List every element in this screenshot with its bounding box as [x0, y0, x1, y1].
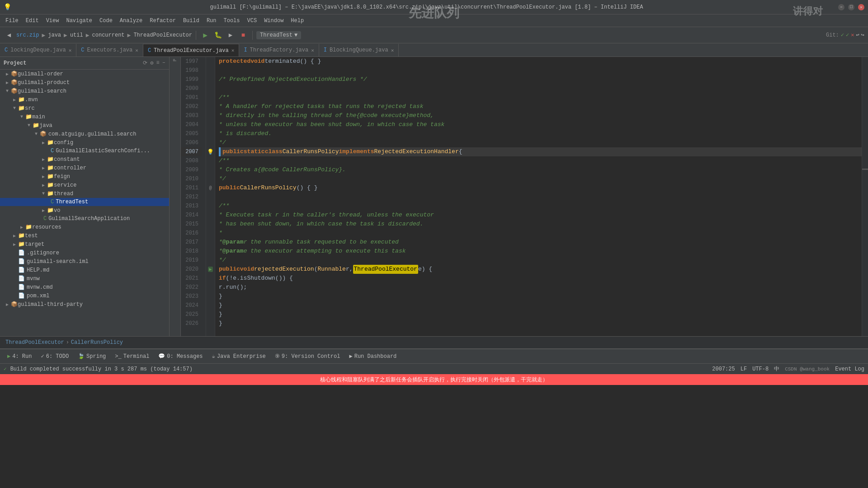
sidebar-item-config[interactable]: ▶ 📁 config [0, 138, 169, 147]
menu-view[interactable]: View [42, 16, 63, 26]
tab-locking-deque[interactable]: C lockingDeque.java ✕ [0, 44, 76, 56]
toolbar-class[interactable]: ThreadPoolExecutor [133, 32, 192, 38]
breadcrumb-caller-runs-policy[interactable]: CallerRunsPolicy [71, 339, 123, 346]
tab-messages[interactable]: 💬 0: Messages [155, 351, 206, 361]
sidebar-item-feign[interactable]: ▶ 📁 feign [0, 172, 169, 181]
toolbar-util[interactable]: util [70, 32, 83, 38]
close-tab-thread-pool-executor[interactable]: ✕ [231, 47, 235, 53]
close-button[interactable]: ✕ [858, 4, 864, 10]
tab-todo[interactable]: ✓ 6: TODO [37, 351, 72, 361]
menu-code[interactable]: Code [96, 16, 116, 26]
position-indicator[interactable]: 2007:25 [712, 366, 735, 372]
sidebar-item-gitignore[interactable]: 📄 .gitignore [0, 249, 169, 257]
sidebar-item-mvn[interactable]: ▶ 📁 .mvn [0, 95, 169, 104]
git-checkmark2[interactable]: ✓ [846, 32, 849, 38]
close-tab-thread-factory[interactable]: ✕ [311, 47, 314, 53]
sidebar-item-controller[interactable]: ▶ 📁 controller [0, 164, 169, 172]
bottom-toolbar: ▶ 4: Run ✓ 6: TODO 🍃 Spring >_ Terminal … [0, 349, 868, 363]
code-text[interactable]: protected void terminated() { } /* Prede… [215, 57, 862, 336]
close-tab-executors[interactable]: ✕ [135, 47, 138, 53]
maximize-button[interactable]: □ [848, 4, 854, 10]
sidebar-item-mvnw-cmd[interactable]: 📄 mvnw.cmd [0, 283, 169, 291]
menu-window[interactable]: Window [260, 16, 287, 26]
menu-navigate[interactable]: Navigate [62, 16, 96, 26]
git-undo[interactable]: ↩ [856, 32, 859, 38]
sidebar-gear-icon[interactable]: ⚙ [150, 60, 153, 66]
menu-build[interactable]: Build [179, 16, 203, 26]
menu-help[interactable]: Help [287, 16, 307, 26]
sidebar-item-main[interactable]: ▼ 📁 main [0, 113, 169, 121]
menu-tools[interactable]: Tools [220, 16, 244, 26]
sidebar-item-package[interactable]: ▼ 📦 com.atguigu.gulimall.search [0, 130, 169, 138]
git-redo[interactable]: ↪ [861, 32, 864, 38]
close-tab-locking-deque[interactable]: ✕ [69, 47, 72, 53]
tab-terminal[interactable]: >_ Terminal [111, 352, 153, 361]
toolbar-src-zip[interactable]: src.zip [16, 32, 39, 38]
sidebar-settings-icon[interactable]: ≡ [156, 60, 160, 66]
sidebar-item-java[interactable]: ▼ 📁 java [0, 121, 169, 130]
menu-refactor[interactable]: Refactor [146, 16, 179, 26]
tab-run-dashboard[interactable]: ▶ Run Dashboard [345, 351, 400, 361]
sidebar-item-constant[interactable]: ▶ 📁 constant [0, 155, 169, 164]
minimize-button[interactable]: – [838, 4, 844, 10]
sidebar-item-target[interactable]: ▶ 📁 target [0, 240, 169, 249]
run-marker-2020[interactable]: ▶ [206, 265, 215, 274]
sidebar-label-main: main [32, 114, 45, 120]
tab-thread-factory[interactable]: I ThreadFactory.java ✕ [239, 44, 319, 56]
menu-edit[interactable]: Edit [22, 16, 42, 26]
sidebar-item-vo[interactable]: ▶ 📁 vo [0, 206, 169, 215]
sidebar-item-gulimall-third-party[interactable]: ▶ 📦 gulimall-third-party [0, 300, 169, 309]
tab-thread-pool-executor[interactable]: C ThreadPoolExecutor.java ✕ [143, 44, 239, 56]
run-config-dropdown[interactable]: ThreadTest ▼ [256, 31, 301, 39]
toolbar-coverage-btn[interactable]: ▶ [225, 30, 236, 41]
right-scroll-gutter[interactable] [862, 57, 868, 336]
toolbar-back-btn[interactable]: ◀ [4, 30, 14, 41]
breadcrumb-thread-pool-executor[interactable]: ThreadPoolExecutor [5, 339, 64, 346]
code-line-2009: * Creates a {@code CallerRunsPolicy}. [219, 165, 862, 174]
menu-run[interactable]: Run [203, 16, 220, 26]
project-panel-icon[interactable]: P [173, 59, 178, 61]
sidebar-item-help-md[interactable]: 📄 HELP.md [0, 266, 169, 274]
sidebar-item-mvnw[interactable]: 📄 mvnw [0, 274, 169, 283]
tab-java-enterprise[interactable]: ☕ Java Enterprise [208, 351, 269, 361]
close-tab-blocking-queue[interactable]: ✕ [391, 47, 394, 53]
sidebar-item-service[interactable]: ▶ 📁 service [0, 181, 169, 189]
menu-bar: File Edit View Navigate Code Analyze Ref… [0, 14, 868, 27]
event-log-btn[interactable]: Event Log [835, 366, 864, 372]
sidebar-collapse-icon[interactable]: – [162, 60, 165, 66]
tab-executors[interactable]: C Executors.java ✕ [76, 44, 143, 56]
sidebar-item-gulimall-product[interactable]: ▶ 📦 gulimall-product [0, 78, 169, 87]
tab-spring[interactable]: 🍃 Spring [74, 351, 109, 361]
sidebar-item-pom[interactable]: 📄 pom.xml [0, 291, 169, 300]
sidebar-item-src[interactable]: ▼ 📁 src [0, 104, 169, 113]
toolbar-stop-btn[interactable]: ■ [238, 30, 249, 41]
sidebar-item-resources[interactable]: ▶ 📁 resources [0, 223, 169, 231]
sidebar-item-threadtest[interactable]: C ThreadTest [0, 198, 169, 206]
toolbar-run-btn[interactable]: ▶ [200, 30, 211, 41]
line-separator-indicator[interactable]: LF [741, 366, 747, 372]
git-checkmark1[interactable]: ✓ [841, 32, 844, 38]
git-x[interactable]: ✕ [851, 32, 854, 38]
toolbar-concurrent[interactable]: concurrent [92, 32, 125, 38]
sidebar-item-iml[interactable]: 📄 gulimall-search.iml [0, 257, 169, 266]
sidebar-item-gulimall-search-app[interactable]: C GulimallSearchApplication [0, 215, 169, 223]
menu-vcs[interactable]: VCS [244, 16, 261, 26]
menu-analyze[interactable]: Analyze [116, 16, 146, 26]
tab-run[interactable]: ▶ 4: Run [4, 351, 35, 361]
sidebar-item-gulimall-search[interactable]: ▼ 📦 gulimall-search [0, 87, 169, 95]
bulb-indicator-2007[interactable]: 💡 [206, 147, 215, 156]
toolbar-java[interactable]: java [48, 32, 61, 38]
encoding-indicator[interactable]: UTF-8 [752, 366, 769, 372]
folder-icon: 📁 [18, 241, 25, 248]
sidebar-item-thread[interactable]: ▼ 📁 thread [0, 189, 169, 198]
tab-blocking-queue[interactable]: I BlockingQueue.java ✕ [319, 44, 399, 56]
sidebar-item-test[interactable]: ▶ 📁 test [0, 231, 169, 240]
sidebar-item-gulimall-order[interactable]: ▶ 📦 gulimall-order [0, 70, 169, 78]
menu-file[interactable]: File [2, 16, 22, 26]
tab-version-control[interactable]: ⑨ 9: Version Control [271, 351, 344, 361]
sidebar-item-gulimall-elastic[interactable]: C GulimallElasticSearchConfi... [0, 147, 169, 155]
arrow-icon: ▶ [4, 302, 11, 307]
chinese-indicator[interactable]: 中 [774, 365, 779, 373]
sidebar-sync-icon[interactable]: ⟳ [143, 60, 147, 66]
toolbar-debug-btn[interactable]: 🐛 [212, 30, 223, 41]
